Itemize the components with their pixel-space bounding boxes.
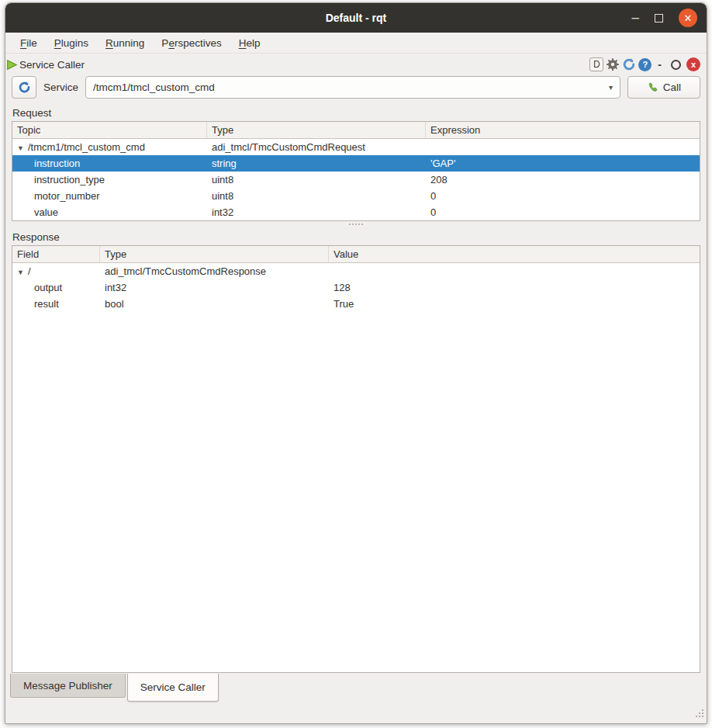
column-header-value[interactable]: Value — [329, 246, 700, 262]
table-cell: instruction — [12, 158, 207, 169]
call-button-label: Call — [663, 81, 681, 93]
table-row[interactable]: motor_numberuint80 — [12, 188, 700, 204]
table-cell: int32 — [100, 282, 329, 293]
table-row[interactable]: ▼/tmcm1/tmcl_custom_cmdadi_tmcl/TmcCusto… — [12, 139, 700, 155]
table-cell: 0 — [426, 206, 700, 218]
dock-d-button[interactable]: D — [589, 57, 603, 71]
response-section-label: Response — [5, 227, 707, 245]
window-controls: – ✕ — [632, 9, 707, 27]
reload-plugin-icon[interactable] — [622, 57, 636, 71]
minimize-icon[interactable]: – — [632, 14, 639, 22]
table-row[interactable]: instruction_typeuint8208 — [12, 172, 700, 188]
plugin-title: Service Caller — [19, 59, 85, 71]
table-row[interactable]: valueint320 — [12, 204, 700, 220]
window-titlebar[interactable]: Default - rqt – ✕ — [5, 3, 707, 33]
dock-tab-bar: Message PublisherService Caller — [5, 673, 707, 704]
table-cell: int32 — [207, 206, 426, 218]
help-icon[interactable]: ? — [638, 58, 652, 71]
plugin-titlebar: Service Caller D ? - — [5, 54, 707, 75]
table-cell: value — [12, 206, 207, 218]
plugin-titlebar-icons: D ? - x — [589, 57, 700, 71]
rqt-window: Default - rqt – ✕ FilePluginsRunningPers… — [5, 2, 707, 724]
table-cell: bool — [100, 298, 329, 310]
response-table: FieldTypeValue ▼/adi_tmcl/TmcCustomCmdRe… — [12, 245, 700, 673]
table-cell: ▼/tmcm1/tmcl_custom_cmd — [12, 141, 207, 153]
table-cell: output — [12, 282, 100, 293]
tab-message-publisher[interactable]: Message Publisher — [10, 674, 126, 698]
tab-service-caller[interactable]: Service Caller — [127, 674, 219, 702]
status-bar — [5, 704, 707, 723]
table-cell: 208 — [426, 174, 700, 185]
refresh-services-button[interactable] — [12, 76, 36, 99]
dock-minimize-icon[interactable]: - — [658, 58, 662, 71]
maximize-icon[interactable] — [655, 14, 663, 23]
table-cell: 0 — [426, 190, 700, 202]
menu-bar: FilePluginsRunningPerspectivesHelp — [5, 33, 707, 54]
window-title: Default - rqt — [5, 12, 707, 24]
table-cell: result — [12, 298, 100, 310]
table-cell: uint8 — [207, 190, 426, 202]
service-combobox[interactable]: /tmcm1/tmcl_custom_cmd ▾ — [85, 76, 620, 99]
request-section-label: Request — [5, 103, 707, 121]
menu-running[interactable]: Running — [99, 35, 151, 51]
phone-icon — [647, 81, 658, 93]
table-cell: uint8 — [207, 174, 426, 185]
menu-plugins[interactable]: Plugins — [47, 35, 95, 51]
table-cell: string — [207, 158, 426, 169]
dock-close-icon[interactable]: x — [686, 57, 700, 71]
column-header-field[interactable]: Field — [12, 246, 100, 262]
table-row[interactable]: resultboolTrue — [12, 296, 700, 312]
expand-toggle-icon[interactable]: ▼ — [17, 269, 24, 276]
call-button[interactable]: Call — [627, 76, 700, 99]
table-cell: adi_tmcl/TmcCustomCmdResponse — [100, 265, 329, 277]
table-cell: 'GAP' — [426, 158, 700, 169]
table-cell: True — [329, 298, 700, 310]
play-icon — [5, 58, 19, 71]
column-header-type[interactable]: Type — [207, 122, 426, 138]
settings-gear-icon[interactable] — [606, 57, 620, 71]
menu-file[interactable]: File — [13, 35, 44, 51]
service-label: Service — [43, 81, 78, 93]
response-table-header: FieldTypeValue — [12, 246, 700, 263]
expand-toggle-icon[interactable]: ▼ — [17, 144, 24, 152]
table-cell: 128 — [329, 282, 700, 293]
resize-grip[interactable] — [694, 707, 704, 721]
table-cell: motor_number — [12, 190, 207, 202]
service-row: Service /tmcm1/tmcl_custom_cmd ▾ Call — [5, 75, 707, 103]
menu-perspectives[interactable]: Perspectives — [154, 35, 228, 51]
table-cell: instruction_type — [12, 174, 207, 185]
table-cell: adi_tmcl/TmcCustomCmdRequest — [207, 141, 426, 153]
chevron-down-icon[interactable]: ▾ — [603, 83, 613, 92]
column-header-type[interactable]: Type — [100, 246, 329, 262]
close-icon[interactable]: ✕ — [679, 9, 697, 27]
splitter-handle[interactable] — [5, 221, 707, 227]
table-cell: ▼/ — [12, 265, 100, 277]
dock-float-icon[interactable] — [671, 60, 681, 70]
menu-help[interactable]: Help — [232, 35, 268, 51]
request-table-header: TopicTypeExpression — [12, 122, 700, 139]
table-row[interactable]: outputint32128 — [12, 279, 700, 296]
table-row[interactable]: ▼/adi_tmcl/TmcCustomCmdResponse — [12, 263, 700, 279]
table-row[interactable]: instructionstring'GAP' — [12, 155, 700, 172]
column-header-topic[interactable]: Topic — [12, 122, 207, 138]
column-header-expression[interactable]: Expression — [426, 122, 700, 138]
service-combobox-value: /tmcm1/tmcl_custom_cmd — [93, 81, 215, 93]
request-table: TopicTypeExpression ▼/tmcm1/tmcl_custom_… — [12, 121, 700, 221]
